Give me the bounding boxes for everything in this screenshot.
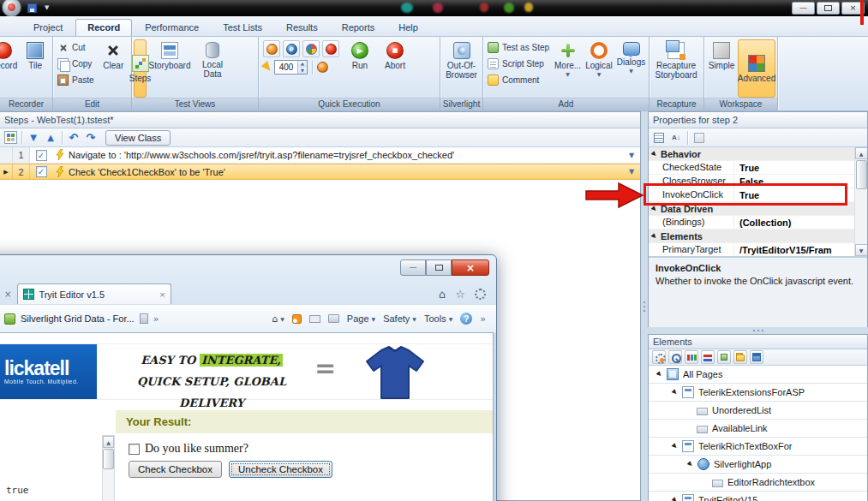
quick-access-dropdown-icon[interactable]: ▼ — [45, 4, 49, 11]
tree-item-tryiteditorv15[interactable]: ▶TryitEditorV15 — [649, 492, 867, 501]
expander-icon[interactable]: ▶ — [669, 387, 679, 397]
step-enabled-checkbox[interactable]: ✓ — [36, 150, 47, 161]
favorites-icon[interactable]: ☆ — [455, 289, 465, 300]
collapse-icon[interactable]: ▶ — [649, 148, 659, 158]
clear-button[interactable]: Clear — [98, 39, 129, 73]
browser-firefox-button[interactable] — [263, 40, 280, 57]
step-row-2[interactable]: ▶ 2 ✓ Check 'Check1CheckBox' to be 'True… — [0, 164, 640, 180]
print-icon[interactable] — [328, 314, 339, 323]
summer-checkbox[interactable] — [129, 444, 140, 455]
tools-menu[interactable]: Tools▼ — [424, 313, 452, 324]
step-settings-button[interactable] — [3, 130, 18, 146]
horizontal-splitter[interactable] — [648, 327, 868, 334]
home-icon[interactable]: ⌂ — [439, 289, 446, 300]
tree-item-all-pages[interactable]: ▶All Pages — [649, 366, 867, 384]
run-button[interactable]: ▶ Run — [343, 39, 377, 73]
cut-button[interactable]: Cut — [55, 39, 97, 56]
highlight-element-icon[interactable] — [317, 62, 328, 73]
comment-button[interactable]: Comment — [485, 72, 552, 88]
redo-button[interactable]: ↷ — [83, 130, 99, 146]
add-folder-icon[interactable] — [733, 350, 747, 364]
recapture-storyboard-button[interactable]: Recapture Storyboard — [651, 39, 701, 82]
property-row-bindings[interactable]: (Bindings)(Collection) — [649, 216, 867, 230]
mail-icon[interactable] — [309, 315, 320, 323]
property-category-behavior[interactable]: ▶Behavior — [649, 147, 867, 161]
tab-performance[interactable]: Performance — [134, 20, 210, 36]
properties-scrollbar[interactable]: ▲ ▼ — [854, 147, 867, 256]
app-menu-orb[interactable] — [2, 0, 21, 17]
expander-icon[interactable]: ▶ — [669, 495, 679, 501]
pin-icon[interactable] — [140, 313, 148, 324]
feeds-icon[interactable] — [292, 314, 302, 324]
scrollbar-thumb[interactable] — [103, 449, 114, 469]
browser-chrome-button[interactable] — [302, 40, 320, 57]
uncheck-checkbox-button[interactable]: Uncheck Checkbox — [229, 461, 332, 478]
move-step-down-button[interactable]: ▼ — [26, 130, 41, 146]
compare-elements-icon[interactable] — [701, 350, 715, 364]
summer-checkbox-row[interactable]: Do you like summer? — [129, 442, 248, 456]
expander-icon[interactable]: ▶ — [654, 369, 664, 379]
help-icon[interactable]: ? — [460, 313, 472, 325]
browser-ie-button[interactable] — [283, 40, 300, 57]
browser-view-icon[interactable] — [750, 350, 763, 364]
move-step-up-button[interactable]: ▲ — [43, 130, 58, 146]
scroll-down-icon[interactable]: ▼ — [855, 244, 868, 256]
overflow-chevron-icon[interactable]: » — [480, 313, 486, 325]
expander-icon[interactable]: ▶ — [685, 459, 695, 469]
close-icon[interactable]: × — [4, 289, 11, 299]
safety-menu[interactable]: Safety▼ — [383, 313, 416, 324]
tab-help[interactable]: Help — [387, 20, 429, 36]
categorized-view-button[interactable] — [651, 130, 667, 146]
search-icon[interactable] — [668, 350, 682, 364]
browser-tab[interactable]: Tryit Editor v1.5 × — [17, 283, 171, 304]
tab-project[interactable]: Project — [22, 20, 74, 36]
highlight-element-icon[interactable] — [685, 350, 698, 364]
advanced-workspace-button[interactable]: Advanced — [738, 39, 775, 98]
maximize-button[interactable] — [817, 2, 840, 15]
tree-item-silverlightapp[interactable]: ▶SilverlightApp — [649, 456, 867, 474]
overflow-chevron-icon[interactable]: » — [153, 313, 159, 325]
ad-banner[interactable]: lickatell Mobile Touch. Multiplied. EASY… — [0, 343, 493, 400]
scroll-up-icon[interactable]: ▲ — [103, 436, 114, 448]
local-data-view-button[interactable]: Local Data — [193, 39, 232, 81]
more-button[interactable]: More... ▼ — [553, 39, 583, 79]
tab-reports[interactable]: Reports — [331, 20, 386, 36]
browser-maximize-button[interactable] — [426, 259, 452, 276]
tab-test-lists[interactable]: Test Lists — [212, 20, 273, 36]
tree-item-availablelink[interactable]: AvailableLink — [649, 420, 867, 438]
page-menu[interactable]: Page▼ — [347, 313, 375, 324]
favorites-bar-item[interactable]: Silverlight Grid Data - For... — [21, 313, 135, 324]
minimize-button[interactable]: — — [792, 2, 815, 15]
tab-results[interactable]: Results — [275, 20, 329, 36]
property-row-checkedstate[interactable]: CheckedStateTrue — [649, 161, 867, 175]
property-row-primarytarget[interactable]: PrimaryTarget/TryitEditorV15/Fram — [649, 243, 867, 257]
tree-item-telerikrichtextboxfor[interactable]: ▶TelerikRichTextBoxFor — [649, 438, 867, 456]
validate-element-icon[interactable] — [717, 350, 731, 364]
home-menu-button[interactable]: ⌂▼ — [272, 313, 284, 325]
scrollbar-thumb[interactable] — [856, 160, 867, 189]
browser-safari-button[interactable] — [322, 40, 339, 57]
step-row-1[interactable]: 1 ✓ Navigate to : 'http://www.w3schools.… — [0, 147, 640, 164]
step-enabled-checkbox[interactable]: ✓ — [36, 166, 47, 177]
step-dropdown-icon[interactable]: ▼ — [623, 168, 640, 176]
out-of-browser-button[interactable]: Out-Of-Browser — [442, 39, 481, 82]
property-category-elements[interactable]: ▶Elements — [649, 230, 867, 243]
script-step-button[interactable]: Script Step — [485, 56, 552, 72]
storyboard-view-button[interactable]: Storyboard — [147, 39, 192, 73]
browser-close-button[interactable]: × — [452, 259, 489, 276]
browser-minimize-button[interactable]: — — [400, 259, 426, 276]
paste-button[interactable]: Paste — [55, 72, 97, 88]
view-class-button[interactable]: View Class — [105, 130, 171, 146]
gear-icon[interactable] — [475, 289, 486, 300]
property-pages-button[interactable] — [691, 130, 707, 146]
tab-record[interactable]: Record — [75, 19, 132, 36]
scroll-up-icon[interactable]: ▲ — [855, 147, 868, 159]
collapse-icon[interactable]: ▶ — [649, 230, 659, 241]
logical-button[interactable]: Logical ▼ — [584, 39, 614, 79]
step-dropdown-icon[interactable]: ▼ — [623, 152, 640, 159]
settings-icon[interactable] — [652, 350, 666, 364]
record-button[interactable]: Record — [0, 39, 19, 73]
expander-icon[interactable]: ▶ — [669, 441, 679, 451]
undo-button[interactable]: ↶ — [66, 130, 81, 146]
alphabetical-sort-button[interactable]: A↓ — [668, 130, 684, 146]
